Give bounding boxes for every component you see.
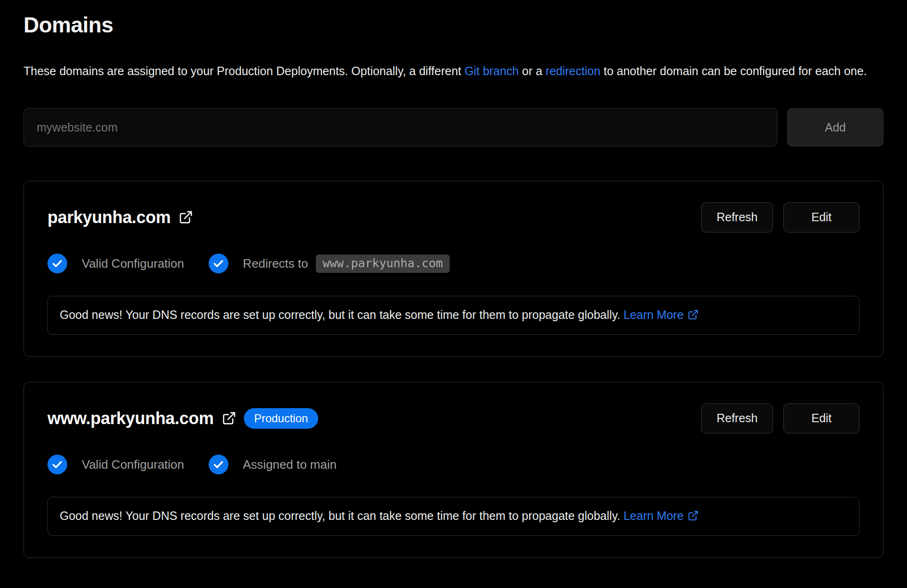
add-domain-form: Add <box>23 108 884 147</box>
domain-card-parkyunha: parkyunha.com Refresh Edit Valid Configu… <box>23 181 884 357</box>
dns-notice: Good news! Your DNS records are set up c… <box>47 497 860 536</box>
status-assigned-to-main: Assigned to main <box>209 455 336 474</box>
edit-button[interactable]: Edit <box>783 403 860 433</box>
status-redirects-to: Redirects to www.parkyunha.com <box>209 254 450 273</box>
dns-notice: Good news! Your DNS records are set up c… <box>47 296 860 335</box>
status-row: Valid Configuration Assigned to main <box>47 455 860 474</box>
page-description: These domains are assigned to your Produ… <box>23 61 884 81</box>
redirection-link[interactable]: redirection <box>546 64 601 77</box>
page-title: Domains <box>23 13 884 37</box>
redirect-target-chip: www.parkyunha.com <box>316 255 450 273</box>
status-label: Assigned to main <box>243 457 336 472</box>
external-link-icon[interactable] <box>222 411 236 426</box>
domain-name: www.parkyunha.com <box>47 409 214 428</box>
notice-text: Good news! Your DNS records are set up c… <box>60 308 620 321</box>
add-button[interactable]: Add <box>787 108 884 147</box>
edit-button[interactable]: Edit <box>783 202 860 232</box>
check-circle-icon <box>209 254 228 273</box>
git-branch-link[interactable]: Git branch <box>464 64 518 77</box>
status-label: Valid Configuration <box>82 457 184 472</box>
refresh-button[interactable]: Refresh <box>701 403 773 433</box>
notice-text: Good news! Your DNS records are set up c… <box>60 509 620 522</box>
card-header: parkyunha.com Refresh Edit <box>47 202 860 232</box>
card-actions: Refresh Edit <box>701 202 860 232</box>
domain-card-www-parkyunha: www.parkyunha.com Production Refresh Edi… <box>23 382 884 558</box>
external-link-icon[interactable] <box>179 210 193 224</box>
external-link-icon <box>688 308 699 324</box>
card-header: www.parkyunha.com Production Refresh Edi… <box>47 403 860 433</box>
status-label: Redirects to <box>243 256 308 271</box>
domain-title-group: parkyunha.com <box>47 208 193 227</box>
status-valid-configuration: Valid Configuration <box>47 455 184 474</box>
domains-page: Domains These domains are assigned to yo… <box>23 13 884 558</box>
domain-title-group: www.parkyunha.com Production <box>47 408 318 429</box>
description-text: These domains are assigned to your Produ… <box>23 64 464 77</box>
check-circle-icon <box>47 455 67 474</box>
check-circle-icon <box>209 455 228 474</box>
learn-more-link[interactable]: Learn More <box>624 308 699 321</box>
learn-more-link[interactable]: Learn More <box>624 509 699 522</box>
card-actions: Refresh Edit <box>701 403 860 433</box>
description-text: to another domain can be configured for … <box>601 64 867 77</box>
status-row: Valid Configuration Redirects to www.par… <box>47 254 860 273</box>
check-circle-icon <box>47 254 67 273</box>
refresh-button[interactable]: Refresh <box>701 202 773 232</box>
domain-name: parkyunha.com <box>47 208 171 227</box>
status-valid-configuration: Valid Configuration <box>47 254 184 273</box>
production-badge: Production <box>244 408 319 429</box>
external-link-icon <box>688 509 699 525</box>
domain-input[interactable] <box>23 108 777 147</box>
description-text: or a <box>519 64 546 77</box>
status-label: Valid Configuration <box>82 256 184 271</box>
